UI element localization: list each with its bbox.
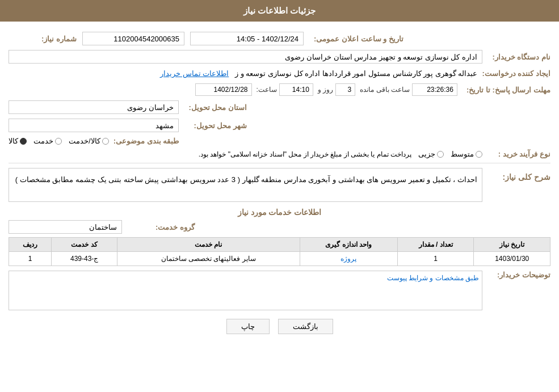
- category-option-kala-khedmat[interactable]: کالا/خدمت: [69, 137, 109, 145]
- day-label: روز و: [318, 86, 333, 94]
- buyer-org-label: نام دستگاه خریدار:: [482, 53, 550, 61]
- need-number-label: شماره نیاز:: [9, 35, 77, 43]
- description-label: شرح کلی نیاز:: [482, 172, 550, 182]
- buyer-notes-box: طبق مشخصات و شرایط پیوست: [9, 271, 482, 310]
- need-number-value: 1102004542000635: [82, 32, 184, 45]
- description-value: احداث ، تکمیل و تعمیر سرویس های بهداشتی …: [9, 168, 482, 202]
- announce-date-value: 1402/12/24 - 14:05: [190, 32, 304, 45]
- row-service-name: سایر فعالیتهای تخصصی ساختمان: [117, 252, 300, 266]
- row-date: 1403/01/30: [474, 252, 550, 266]
- service-group-label: گروه خدمت:: [127, 223, 195, 231]
- row-num: 1: [9, 252, 52, 266]
- table-row: 1403/01/30 1 پروژه سایر فعالیتهای تخصصی …: [9, 252, 550, 266]
- col-date: تاریخ نیاز: [474, 238, 550, 252]
- contact-link[interactable]: اطلاعات تماس خریدار: [160, 69, 229, 78]
- category-radio-group: کالا/خدمت خدمت کالا: [9, 137, 109, 145]
- purchase-type-note: پرداخت تمام یا بخشی از مبلغ خریدار از مح…: [199, 150, 411, 158]
- requester-value: عبداله گوهری پور کارشناس مسئول امور قرار…: [235, 69, 477, 78]
- buyer-notes-value: طبق مشخصات و شرایط پیوست: [12, 274, 479, 282]
- date-value: 1402/12/28: [195, 83, 252, 96]
- time-value: 14:10: [279, 83, 313, 96]
- back-button[interactable]: بازگشت: [278, 319, 333, 334]
- divider-1: [9, 163, 550, 163]
- page-header: جزئیات اطلاعات نیاز: [0, 0, 559, 22]
- col-quantity: تعداد / مقدار: [397, 238, 474, 252]
- radio-khedmat-icon: [55, 138, 62, 145]
- radio-kala-khedmat-icon: [102, 138, 109, 145]
- province-value: خراسان رضوی: [9, 100, 179, 114]
- day-value: 3: [335, 83, 355, 96]
- radio-medium-icon: [476, 151, 482, 158]
- buyer-org-value: اداره کل نوسازی توسعه و تجهیز مدارس استا…: [9, 50, 482, 64]
- remaining-label: ساعت باقی مانده: [360, 86, 410, 94]
- time-label: ساعت:: [257, 86, 277, 94]
- category-option-kala[interactable]: کالا: [9, 137, 27, 145]
- services-section-title: اطلاعات خدمات مورد نیاز: [9, 208, 550, 217]
- city-label: شهر محل تحویل:: [179, 121, 247, 130]
- col-row-num: ردیف: [9, 238, 52, 252]
- row-quantity: 1: [397, 252, 474, 266]
- col-service-code: کد خدمت: [52, 238, 117, 252]
- requester-label: ایجاد کننده درخواست:: [477, 69, 550, 78]
- purchase-type-label: نوع فرآیند خرید :: [482, 150, 550, 158]
- row-unit: پروژه: [300, 252, 397, 266]
- purchase-type-radio-group: متوسط جزیی: [418, 150, 482, 158]
- purchase-type-medium[interactable]: متوسط: [451, 150, 482, 158]
- category-option-khedmat[interactable]: خدمت: [33, 137, 62, 145]
- city-value: مشهد: [9, 119, 179, 132]
- send-date-label: مهلت ارسال پاسخ: تا تاریخ:: [462, 86, 550, 94]
- radio-partial-icon: [437, 151, 444, 158]
- col-service-name: نام خدمت: [117, 238, 300, 252]
- row-service-code: ج-43-439: [52, 252, 117, 266]
- buyer-notes-label: توضیحات خریدار:: [482, 271, 550, 279]
- footer-buttons: بازگشت چاپ: [9, 319, 550, 334]
- page-title: جزئیات اطلاعات نیاز: [243, 6, 316, 15]
- category-label: طبقه بندی موضوعی:: [109, 137, 179, 145]
- service-group-value: ساختمان: [9, 220, 122, 234]
- remaining-value: 23:26:36: [412, 83, 457, 96]
- radio-kala-icon: [20, 138, 27, 145]
- province-label: استان محل تحویل:: [179, 103, 247, 112]
- service-table: تاریخ نیاز تعداد / مقدار واحد اندازه گیر…: [9, 237, 550, 266]
- print-button[interactable]: چاپ: [226, 319, 270, 334]
- announce-date-label: تاریخ و ساعت اعلان عمومی:: [309, 35, 404, 43]
- col-unit: واحد اندازه گیری: [300, 238, 397, 252]
- purchase-type-partial[interactable]: جزیی: [418, 150, 444, 158]
